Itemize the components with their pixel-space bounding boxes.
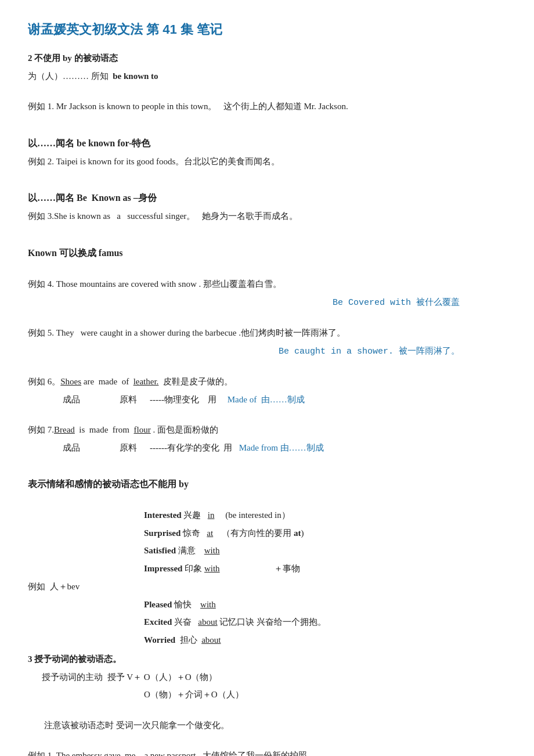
example-5: 例如 5. They were caught in a shower durin…: [28, 326, 506, 341]
section-known-for: 以……闻名 be known for-特色: [28, 135, 506, 151]
example-2: 例如 2. Taipei is known for its good foods…: [28, 154, 506, 170]
section-emotion: 表示情绪和感情的被动语态也不能用 by: [28, 476, 506, 492]
example-5-note: Be caught in a shower. 被一阵雨淋了。: [28, 344, 460, 359]
emotion-list: Interested 兴趣 in (be interested in） Surp…: [144, 508, 506, 576]
example-4: 例如 4. Those mountains are covered with s…: [28, 277, 506, 292]
page-title: 谢孟媛英文初级文法 第 41 集 笔记: [28, 21, 506, 38]
example-3: 例如 3.She is known as a successful singer…: [28, 209, 506, 224]
example-6-block: 例如 6。Shoes are made of leather. 皮鞋是皮子做的。…: [28, 375, 506, 407]
section-3-title: 3 授予动词的被动语态。: [28, 652, 506, 667]
section-3-sub2: O（物）＋介词＋O（人）: [144, 687, 506, 703]
example-1: 例如 1. Mr Jackson is known to people in t…: [28, 99, 506, 114]
section-2-title: 2 不使用 by 的被动语态 为（人）……… 所知 be known to: [28, 51, 506, 84]
section-3-sub: 授予动词的主动 授予 V＋ O（人）＋O（物）: [42, 670, 506, 685]
example-person-bev: 例如 人＋bev: [28, 579, 506, 595]
section-3-note: 注意该被动语态时 受词一次只能拿一个做变化。: [42, 718, 506, 733]
emotion-list-2: Pleased 愉快 with Excited 兴奋 about 记忆口诀 兴奋…: [144, 597, 506, 648]
section-known-as: 以……闻名 Be Known as –身份: [28, 190, 506, 206]
example-s3-1: 例如 1. The embessy gave me a new passport…: [28, 748, 506, 756]
example-4-note: Be Covered with 被什么覆盖: [28, 295, 460, 311]
example-7-block: 例如 7.Bread is made from flour . 面包是面粉做的 …: [28, 423, 506, 455]
section-famous: Known 可以换成 famus: [28, 245, 506, 261]
